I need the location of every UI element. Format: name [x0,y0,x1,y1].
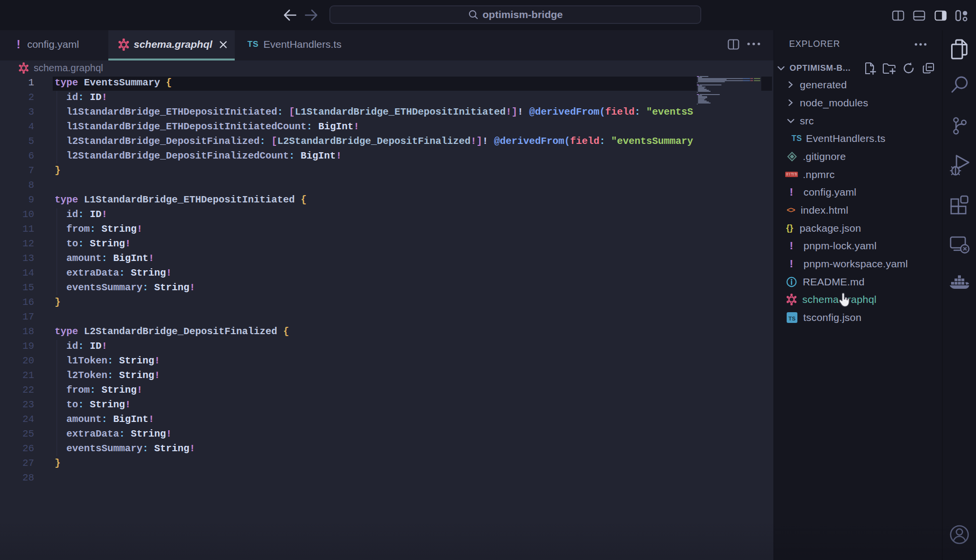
svg-text:TS: TS [789,315,795,321]
